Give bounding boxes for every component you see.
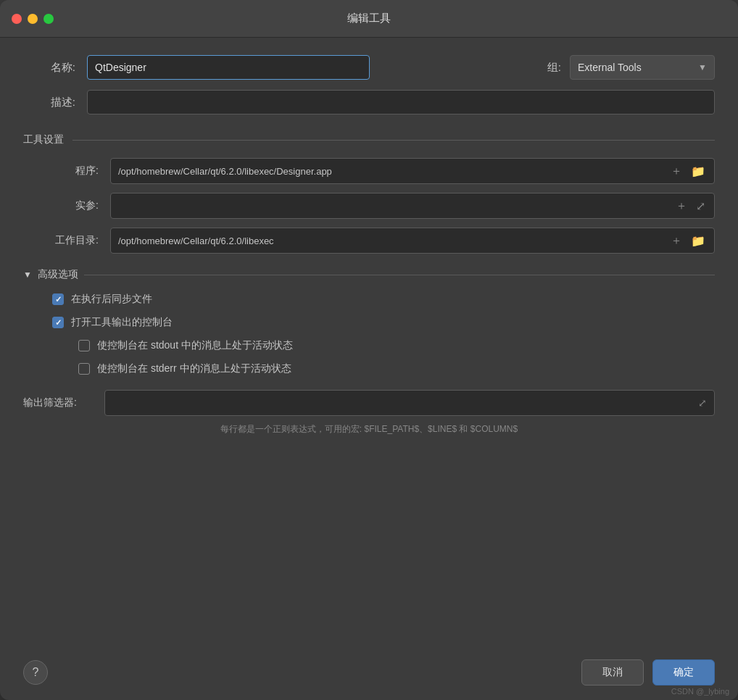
titlebar: 编辑工具 (0, 0, 738, 38)
footer-actions: 取消 确定 (581, 659, 715, 686)
args-row: 实参: ＋ ⤢ (35, 193, 715, 219)
advanced-divider (84, 275, 715, 275)
advanced-title: 高级选项 (38, 268, 78, 281)
output-filter-input[interactable] (112, 398, 698, 409)
maximize-button[interactable] (43, 14, 54, 24)
name-section: 名称: (23, 55, 530, 80)
checkbox-stdout-active[interactable] (78, 340, 90, 351)
args-label: 实参: (35, 199, 99, 212)
args-input-wrapper: ＋ ⤢ (110, 193, 715, 219)
checkbox-stdout-active-label: 使控制台在 stdout 中的消息上处于活动状态 (97, 339, 293, 352)
group-section: 组: External Tools ▼ (547, 55, 715, 80)
workdir-row: 工作目录: ＋ 📁 (35, 228, 715, 254)
program-icons: ＋ 📁 (669, 162, 707, 180)
workdir-icons: ＋ 📁 (669, 232, 707, 250)
hint-text: 每行都是一个正则表达式，可用的宏: $FILE_PATH$、$LINE$ 和 $… (23, 423, 715, 436)
args-icons: ＋ ⤢ (674, 197, 707, 215)
tool-settings-fields: 程序: ＋ 📁 实参: ＋ ⤢ (35, 158, 715, 254)
close-button[interactable] (12, 14, 22, 24)
checkbox-row-4: 使控制台在 stderr 中的消息上处于活动状态 (78, 362, 715, 375)
program-add-icon[interactable]: ＋ (669, 162, 684, 180)
workdir-input[interactable] (118, 236, 663, 246)
cancel-button[interactable]: 取消 (581, 659, 644, 686)
checkbox-stderr-active[interactable] (78, 363, 90, 375)
group-select-value: External Tools (578, 62, 692, 73)
tool-settings-title: 工具设置 (23, 133, 64, 146)
watermark: CSDN @_lybing (671, 687, 729, 696)
advanced-section-header[interactable]: ▼ 高级选项 (23, 268, 715, 281)
checkbox-row-1: 在执行后同步文件 (52, 293, 715, 306)
name-input[interactable] (87, 55, 370, 80)
minimize-button[interactable] (28, 14, 38, 24)
desc-label: 描述: (23, 96, 75, 109)
program-folder-icon[interactable]: 📁 (689, 162, 707, 180)
desc-input[interactable] (87, 90, 715, 114)
args-expand-icon[interactable]: ⤢ (695, 197, 707, 215)
checkbox-open-console[interactable] (52, 317, 64, 328)
advanced-arrow-icon: ▼ (23, 270, 32, 280)
help-button[interactable]: ? (23, 660, 48, 685)
program-row: 程序: ＋ 📁 (35, 158, 715, 184)
workdir-add-icon[interactable]: ＋ (669, 232, 684, 250)
dialog-title: 编辑工具 (347, 12, 391, 25)
dialog-window: 编辑工具 名称: 组: External Tools ▼ 描述: 工具设置 (0, 0, 738, 700)
chevron-down-icon: ▼ (698, 62, 707, 72)
name-group-row: 名称: 组: External Tools ▼ (23, 55, 715, 80)
output-filter-input-wrapper: ⤢ (104, 390, 715, 416)
workdir-folder-icon[interactable]: 📁 (689, 232, 707, 250)
output-filter-label: 输出筛选器: (23, 396, 96, 409)
program-input-wrapper: ＋ 📁 (110, 158, 715, 184)
output-filter-row: 输出筛选器: ⤢ (23, 390, 715, 416)
footer: ? 取消 确定 (0, 648, 738, 700)
output-expand-icon[interactable]: ⤢ (698, 397, 707, 409)
name-label: 名称: (23, 61, 75, 75)
args-input[interactable] (118, 201, 668, 212)
checkbox-sync-files[interactable] (52, 293, 64, 305)
section-divider (72, 140, 715, 141)
checkbox-sync-files-label: 在执行后同步文件 (71, 293, 152, 306)
checkbox-stderr-active-label: 使控制台在 stderr 中的消息上处于活动状态 (97, 362, 291, 375)
window-controls (12, 14, 54, 24)
workdir-input-wrapper: ＋ 📁 (110, 228, 715, 254)
group-label: 组: (547, 61, 561, 75)
desc-row: 描述: (23, 90, 715, 114)
workdir-label: 工作目录: (35, 234, 99, 247)
ok-button[interactable]: 确定 (652, 659, 715, 686)
program-input[interactable] (118, 166, 663, 177)
checkbox-section: 在执行后同步文件 打开工具输出的控制台 使控制台在 stdout 中的消息上处于… (52, 293, 715, 375)
checkbox-row-3: 使控制台在 stdout 中的消息上处于活动状态 (78, 339, 715, 352)
program-label: 程序: (35, 164, 99, 178)
args-add-icon[interactable]: ＋ (674, 197, 689, 215)
tool-settings-header: 工具设置 (23, 133, 715, 146)
main-content: 名称: 组: External Tools ▼ 描述: 工具设置 (0, 38, 738, 648)
checkbox-open-console-label: 打开工具输出的控制台 (71, 316, 173, 329)
checkbox-row-2: 打开工具输出的控制台 (52, 316, 715, 329)
group-select[interactable]: External Tools ▼ (570, 55, 715, 80)
